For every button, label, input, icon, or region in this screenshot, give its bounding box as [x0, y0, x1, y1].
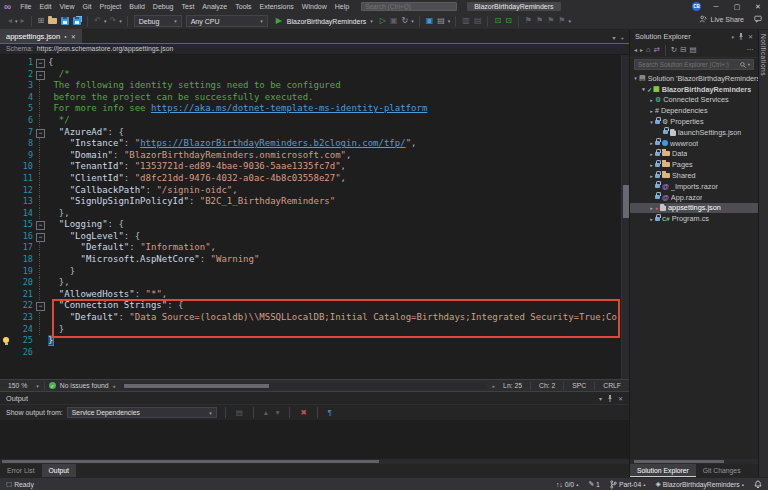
account-avatar[interactable]: CB — [692, 2, 701, 11]
editor-vertical-scrollbar[interactable] — [621, 55, 629, 379]
menu-git[interactable]: Git — [79, 3, 96, 10]
tree-item-wwwroot[interactable]: ▸wwwroot — [630, 138, 758, 149]
goto-message-icon[interactable]: ▤ — [236, 408, 243, 417]
step-over-icon[interactable]: ⊡ — [505, 16, 512, 26]
expand-closed-icon[interactable]: ▸ — [648, 108, 655, 114]
expand-closed-icon[interactable]: ▸ — [648, 162, 655, 168]
pending-changes-button[interactable]: ✎ 1 — [588, 480, 599, 488]
bookmark-toggle-icon[interactable]: ⚑ — [525, 16, 532, 26]
close-button[interactable]: ✕ — [752, 3, 764, 11]
expand-closed-icon[interactable]: ▸ — [648, 97, 655, 103]
start-without-debugging-icon[interactable]: ▷ — [380, 16, 386, 26]
notifications-bell-icon[interactable] — [754, 480, 762, 489]
editor-horizontal-scrollbar[interactable] — [122, 383, 486, 389]
hot-reload-icon[interactable]: ↻ — [401, 16, 408, 26]
tree-item-connected-services[interactable]: ▸⚙Connected Services — [630, 95, 758, 106]
code-line-20[interactable]: 20 }, — [0, 277, 629, 289]
code-line-12[interactable]: 12 "CallbackPath": "/signin-oidc", — [0, 185, 629, 197]
tab-error-list[interactable]: Error List — [0, 464, 42, 477]
tab-appsettings-json[interactable]: appsettings.json ● ✕ — [0, 29, 82, 43]
code-line-4[interactable]: 4 before the project can be successfully… — [0, 92, 629, 104]
tab-solution-explorer[interactable]: Solution Explorer — [630, 464, 696, 477]
fold-marker-icon[interactable] — [36, 219, 48, 231]
expand-closed-icon[interactable]: ▸ — [648, 151, 655, 157]
panel-close-icon[interactable]: ✕ — [748, 33, 753, 40]
code-line-22[interactable]: 22 "Connection Strings": { — [0, 300, 629, 312]
search-options-icon[interactable]: ▾ — [748, 62, 750, 67]
tree-item-imports-razor[interactable]: @_Imports.razor — [630, 181, 758, 192]
code-line-17[interactable]: 17 "Default": "Information", — [0, 242, 629, 254]
quick-search-box[interactable] — [361, 2, 457, 11]
code-line-9[interactable]: 9 "Domain": "BlazorBirthdayReminders.onm… — [0, 150, 629, 162]
maximize-button[interactable]: ▢ — [731, 3, 743, 11]
code-line-14[interactable]: 14 }, — [0, 208, 629, 220]
background-tasks-icon[interactable]: ▢ — [6, 480, 12, 488]
lightbulb-icon[interactable] — [3, 337, 9, 343]
scrollbar-thumb[interactable] — [124, 384, 269, 388]
code-line-24[interactable]: 24 } — [0, 324, 629, 336]
column-indicator[interactable]: Ch: 2 — [535, 382, 559, 389]
solution-search-input[interactable] — [638, 61, 738, 68]
navigate-backward-icon[interactable]: ◂ — [8, 16, 12, 26]
tab-git-changes[interactable]: Git Changes — [696, 464, 748, 477]
find-in-files-icon[interactable]: ▥ — [462, 16, 470, 26]
tree-item-pages[interactable]: ▸Pages — [630, 159, 758, 170]
code-line-26[interactable]: 26 — [0, 347, 629, 359]
code-line-1[interactable]: 1{ — [0, 57, 629, 69]
menu-build[interactable]: Build — [125, 3, 149, 10]
menu-analyze[interactable]: Analyze — [198, 3, 231, 10]
line-ending-indicator[interactable]: CRLF — [599, 382, 625, 389]
menu-window[interactable]: Window — [298, 3, 331, 10]
notifications-tab[interactable]: Notifications — [760, 34, 767, 76]
bookmark-next-icon[interactable]: ⚑ — [547, 16, 554, 26]
menu-file[interactable]: File — [16, 3, 35, 10]
expand-open-icon[interactable]: ▾ — [632, 75, 639, 81]
undo-dropdown-icon[interactable]: ▾ — [104, 18, 107, 24]
minimize-button[interactable]: ─ — [710, 3, 722, 10]
step-into-icon[interactable]: ⊡ — [494, 16, 501, 26]
code-line-2[interactable]: 2 /* — [0, 69, 629, 81]
redo-dropdown-icon[interactable]: ▾ — [119, 18, 122, 24]
menu-help[interactable]: Help — [331, 3, 353, 10]
scrollbar-thumb[interactable] — [623, 185, 629, 218]
bookmark-clear-icon[interactable]: ⚑ — [558, 16, 565, 26]
editor-window-icon[interactable]: ▤ — [437, 16, 445, 26]
menu-test[interactable]: Test — [178, 3, 199, 10]
scroll-left-icon[interactable]: ◂ — [113, 383, 116, 389]
navigate-dropdown-icon[interactable]: ▾ — [15, 18, 18, 24]
panel-menu-icon[interactable]: ▾ — [731, 34, 734, 40]
solution-search-box[interactable]: ▾ — [634, 59, 754, 70]
tree-item-shared[interactable]: ▸Shared — [630, 170, 758, 181]
issues-label[interactable]: No issues found — [60, 382, 109, 389]
menu-extensions[interactable]: Extensions — [256, 3, 298, 10]
line-indicator[interactable]: Ln: 25 — [499, 382, 526, 389]
menu-tools[interactable]: Tools — [231, 3, 255, 10]
pin-icon[interactable] — [738, 33, 744, 40]
expand-open-icon[interactable]: ▾ — [640, 86, 647, 92]
tab-close-icon[interactable]: ✕ — [71, 33, 76, 40]
tree-item-program-cs[interactable]: ▸C#Program.cs — [630, 213, 758, 224]
tree-item-app-razor[interactable]: @App.razor — [630, 192, 758, 203]
menu-debug[interactable]: Debug — [149, 3, 178, 10]
start-debugging-button[interactable]: ▶ BlazorBirthdayReminders ▾ — [274, 16, 374, 26]
command-window-icon[interactable]: ▤ — [474, 16, 482, 26]
code-line-23[interactable]: 23 "Default": "Data Source=(localdb)\\MS… — [0, 312, 629, 324]
code-line-10[interactable]: 10 "TenantId": "1353721d-ed89-4bae-9036-… — [0, 161, 629, 173]
code-line-15[interactable]: 15 "Logging": { — [0, 219, 629, 231]
pin-icon[interactable] — [607, 395, 613, 402]
tree-item-blazorbirthdayreminders[interactable]: ▾✓▦BlazorBirthdayReminders — [630, 84, 758, 95]
output-source-dropdown[interactable]: Service Dependencies ▾ — [67, 407, 217, 418]
tree-horizontal-scrollbar[interactable] — [630, 459, 758, 464]
fold-marker-icon[interactable] — [36, 57, 48, 69]
expand-closed-icon[interactable]: ▸ — [648, 140, 655, 146]
output-horizontal-scrollbar[interactable] — [0, 459, 629, 464]
solution-configurations-dropdown[interactable]: Debug▾ — [134, 15, 182, 27]
next-message-icon[interactable]: ▾ — [276, 408, 280, 417]
code-line-25[interactable]: 25} — [0, 335, 629, 347]
forward-icon[interactable]: ▸ — [640, 45, 643, 55]
search-input[interactable] — [365, 3, 453, 10]
code-line-6[interactable]: 6 */ — [0, 115, 629, 127]
tree-item-launchsettings-json[interactable]: launchSettings.json — [630, 127, 758, 138]
panel-close-icon[interactable]: ✕ — [618, 395, 623, 402]
clear-all-icon[interactable]: ✖ — [300, 408, 306, 417]
